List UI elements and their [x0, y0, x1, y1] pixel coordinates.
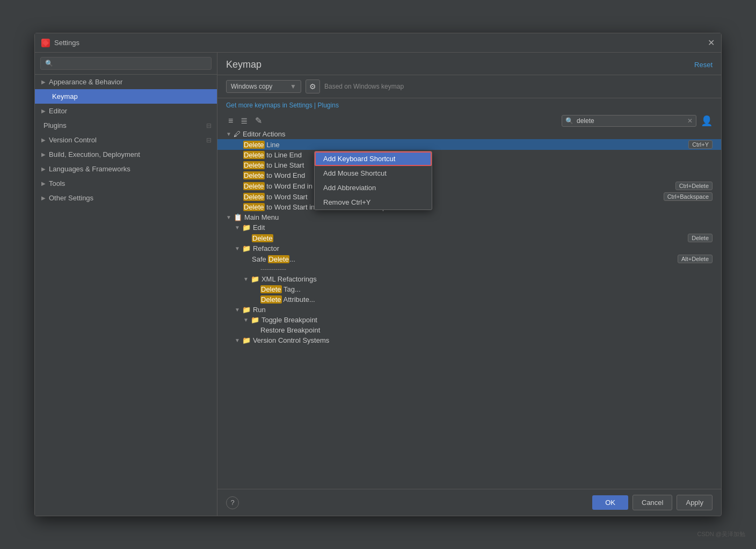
- apply-button[interactable]: Apply: [677, 495, 713, 510]
- sidebar-search-field[interactable]: [56, 60, 207, 67]
- context-menu-box: Add Keyboard Shortcut Add Mouse Shortcut…: [314, 151, 432, 210]
- keymap-search-input[interactable]: [577, 117, 684, 125]
- highlight-delete: Delete: [243, 203, 265, 211]
- footer-right: OK Cancel Apply: [592, 495, 713, 510]
- context-menu: Add Keyboard Shortcut Add Mouse Shortcut…: [314, 151, 432, 210]
- sidebar-item-build[interactable]: ▶ Build, Execution, Deployment: [35, 147, 217, 162]
- context-menu-item-add-abbreviation[interactable]: Add Abbreviation: [315, 180, 432, 195]
- gear-button[interactable]: ⚙: [306, 80, 320, 93]
- keymap-tree[interactable]: ▼ 🖊 Editor Actions Delete Line Ctrl+Y: [217, 129, 721, 489]
- context-menu-item-remove-shortcut[interactable]: Remove Ctrl+Y: [315, 195, 432, 210]
- highlight-delete: Delete: [260, 285, 282, 293]
- version-control-icon: ⊟: [206, 136, 212, 144]
- tree-item-delete-line[interactable]: Delete Line Ctrl+Y Add Keyboard Shortcut…: [217, 139, 721, 150]
- tree-item-label: Restore Breakpoint: [260, 326, 320, 334]
- tree-separator: ------------: [217, 264, 721, 274]
- chevron-down-icon: ▼: [290, 83, 296, 90]
- title-bar-left: Settings: [41, 39, 79, 47]
- dialog-footer: ? OK Cancel Apply: [217, 489, 721, 516]
- highlight-delete: Delete: [243, 171, 265, 179]
- collapse-all-button[interactable]: ≡: [226, 115, 235, 127]
- reset-button[interactable]: Reset: [694, 61, 713, 69]
- tree-item-label: Delete: [252, 234, 273, 242]
- clear-search-button[interactable]: ✕: [687, 117, 693, 125]
- tree-item-delete-line-start[interactable]: Delete to Line Start: [217, 160, 721, 170]
- tree-group-run[interactable]: ▼ 📁 Run: [217, 305, 721, 315]
- tree-item-label: Safe Delete...: [252, 255, 295, 263]
- group-label: Refactor: [253, 244, 279, 252]
- edit-button[interactable]: ✎: [253, 114, 264, 127]
- sidebar-item-editor[interactable]: ▶ Editor: [35, 104, 217, 118]
- chevron-down-icon: ▼: [226, 131, 231, 137]
- sidebar-item-label: Keymap: [52, 92, 78, 100]
- tree-item-delete-tag[interactable]: Delete Tag...: [217, 284, 721, 294]
- expand-all-button[interactable]: ≣: [238, 114, 250, 127]
- xml-folder-icon: 📁: [251, 275, 259, 283]
- keymap-description: Based on Windows keymap: [324, 83, 404, 90]
- tree-item-safe-delete[interactable]: Safe Delete... Alt+Delete: [217, 254, 721, 264]
- highlight-delete: Delete: [260, 295, 282, 304]
- tree-group-refactor[interactable]: ▼ 📁 Refactor: [217, 243, 721, 254]
- highlight-delete: Delete: [243, 151, 265, 159]
- tree-item-restore-breakpoint[interactable]: Restore Breakpoint: [217, 325, 721, 335]
- tree-item-delete-word-start-camel[interactable]: Delete to Word Start in Different "Camel…: [217, 202, 721, 212]
- sidebar-item-other-settings[interactable]: ▶ Other Settings: [35, 191, 217, 205]
- cancel-button[interactable]: Cancel: [633, 495, 672, 510]
- keymap-search-bar[interactable]: 🔍 ✕: [562, 115, 696, 127]
- tree-group-vcs[interactable]: ▼ 📁 Version Control Systems: [217, 335, 721, 345]
- tree-item-delete-word-end-diff[interactable]: Delete to Word End in Different Ctrl+Del…: [217, 180, 721, 191]
- toolbar-left: ≡ ≣ ✎: [226, 114, 264, 127]
- keymap-dropdown[interactable]: Windows copy ▼: [226, 80, 301, 93]
- tree-group-edit[interactable]: ▼ 📁 Edit: [217, 222, 721, 233]
- menu-item-label: Remove Ctrl+Y: [323, 198, 371, 206]
- person-icon-button[interactable]: 👤: [701, 115, 713, 127]
- tree-item-label: Delete Attribute...: [260, 295, 315, 304]
- tree-group-editor-actions[interactable]: ▼ 🖊 Editor Actions: [217, 129, 721, 139]
- search-input-wrapper[interactable]: 🔍: [40, 57, 212, 70]
- tree-item-label: Delete Line: [243, 141, 280, 149]
- shortcut-badge-ctrl-delete: Ctrl+Delete: [675, 182, 713, 190]
- tree-group-toggle-breakpoint[interactable]: ▼ 📁 Toggle Breakpoint: [217, 315, 721, 325]
- plugin-link[interactable]: Get more keymaps in Settings | Plugins: [226, 102, 339, 109]
- menu-item-label: Add Mouse Shortcut: [323, 169, 387, 177]
- tree-group-main-menu[interactable]: ▼ 📋 Main Menu: [217, 212, 721, 222]
- tree-item-edit-delete[interactable]: Delete Delete: [217, 233, 721, 243]
- sidebar-item-languages[interactable]: ▶ Languages & Frameworks: [35, 162, 217, 176]
- dropdown-value: Windows copy: [231, 83, 272, 90]
- chevron-down-icon: ▼: [243, 276, 249, 282]
- tree-item-label: Delete to Line Start: [243, 161, 304, 169]
- tree-item-label: Delete to Line End: [243, 151, 302, 159]
- context-menu-item-add-mouse-shortcut[interactable]: Add Mouse Shortcut: [315, 166, 432, 180]
- keymap-header: Keymap Reset: [217, 53, 721, 75]
- ok-button[interactable]: OK: [592, 495, 628, 510]
- sidebar-item-plugins[interactable]: Plugins ⊟: [35, 118, 217, 133]
- tree-item-delete-attribute[interactable]: Delete Attribute...: [217, 294, 721, 305]
- tree-group-xml-refactorings[interactable]: ▼ 📁 XML Refactorings: [217, 274, 721, 284]
- search-icon: 🔍: [45, 60, 53, 67]
- tree-item-delete-line-end[interactable]: Delete to Line End: [217, 150, 721, 160]
- tree-item-delete-word-start[interactable]: Delete to Word Start Ctrl+Backspace: [217, 191, 721, 202]
- chevron-down-icon: ▼: [235, 337, 240, 343]
- sidebar-item-label: Plugins: [43, 121, 67, 129]
- app-icon: [41, 39, 50, 47]
- tree-item-delete-word-end[interactable]: Delete to Word End: [217, 170, 721, 180]
- context-menu-item-add-keyboard-shortcut[interactable]: Add Keyboard Shortcut: [315, 151, 432, 166]
- sidebar: 🔍 ▶ Appearance & Behavior Keymap ▶ Edito…: [35, 53, 217, 516]
- chevron-down-icon: ▼: [226, 214, 231, 220]
- sidebar-item-label: Other Settings: [49, 194, 93, 202]
- svg-marker-0: [42, 40, 49, 46]
- highlight-delete: Delete: [252, 234, 273, 242]
- sidebar-item-appearance-behavior[interactable]: ▶ Appearance & Behavior: [35, 75, 217, 89]
- sidebar-item-keymap[interactable]: Keymap: [35, 89, 217, 104]
- chevron-down-icon: ▶: [41, 79, 46, 85]
- footer-left: ?: [226, 496, 239, 509]
- group-label: Run: [253, 306, 266, 314]
- help-button[interactable]: ?: [226, 496, 239, 509]
- chevron-right-icon: ▶: [41, 180, 46, 186]
- sidebar-item-tools[interactable]: ▶ Tools: [35, 176, 217, 191]
- toolbar-row: ≡ ≣ ✎ 🔍 ✕ 👤: [217, 112, 721, 129]
- sidebar-item-version-control[interactable]: ▶ Version Control ⊟: [35, 133, 217, 147]
- tree-item-label: Delete Tag...: [260, 285, 301, 293]
- refactor-folder-icon: 📁: [242, 244, 251, 252]
- close-button[interactable]: ✕: [708, 38, 715, 48]
